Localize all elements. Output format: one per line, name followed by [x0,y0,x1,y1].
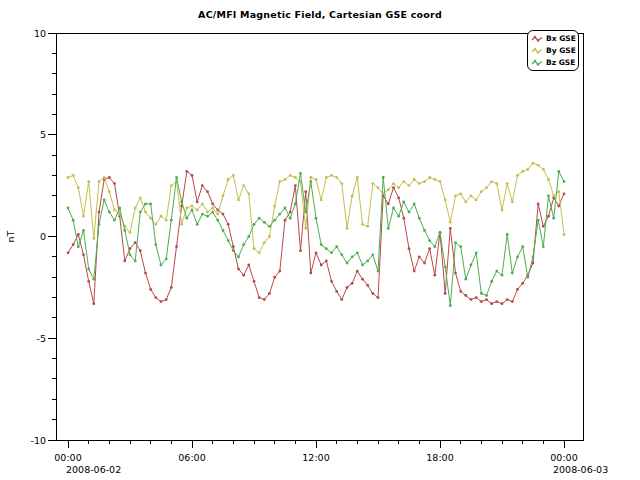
data-point-marker [480,292,483,295]
data-point-marker [227,239,230,242]
data-point-marker [346,227,349,230]
data-point-marker [542,245,545,248]
data-point-marker [485,298,488,301]
data-point-marker [506,298,509,301]
data-point-marker [475,296,478,299]
data-point-marker [98,211,101,214]
data-point-marker [392,207,395,210]
data-point-marker [563,192,566,195]
data-point-marker [330,174,333,177]
data-point-marker [289,217,292,220]
data-point-marker [392,186,395,189]
data-point-marker [356,270,359,273]
data-point-marker [408,184,411,187]
data-point-marker [216,219,219,222]
data-point-marker [397,196,400,199]
data-point-marker [444,199,447,202]
data-point-marker [299,172,302,175]
data-point-marker [459,245,462,248]
data-point-marker [377,296,380,299]
data-point-marker [366,284,369,287]
data-point-marker [206,215,209,218]
data-point-marker [216,213,219,216]
data-point-marker [532,256,535,259]
data-point-marker [397,215,400,218]
data-point-marker [201,203,204,206]
data-point-marker [366,225,369,228]
data-point-marker [87,280,90,283]
data-point-marker [511,300,514,303]
data-point-marker [72,219,75,222]
data-point-marker [196,201,199,204]
data-point-marker [454,194,457,197]
data-point-marker [185,170,188,173]
data-point-marker [278,270,281,273]
legend-label: Bz GSE [546,58,575,67]
data-point-marker [294,184,297,187]
data-point-marker [433,274,436,277]
data-point-marker [222,229,225,232]
data-point-marker [284,178,287,181]
data-point-marker [92,278,95,281]
data-point-marker [149,217,152,220]
data-point-marker [547,215,550,218]
data-point-marker [320,243,323,246]
data-point-marker [144,272,147,275]
data-point-marker [309,272,312,275]
data-point-marker [335,290,338,293]
data-point-marker [454,241,457,244]
data-point-marker [470,264,473,267]
data-point-marker [423,262,426,265]
data-point-marker [165,219,168,222]
data-point-marker [511,201,514,204]
data-point-marker [175,245,178,248]
data-point-marker [92,302,95,305]
data-point-marker [356,176,359,179]
data-point-marker [464,294,467,297]
data-point-marker [227,178,230,181]
data-point-marker [289,211,292,214]
plot-area: -10-50510nT00:0006:0012:0018:0000:002008… [0,0,640,480]
data-point-marker [191,209,194,212]
data-point-marker [470,298,473,301]
data-point-marker [170,219,173,222]
data-point-marker [268,225,271,228]
data-point-marker [397,186,400,189]
data-point-marker [160,215,163,218]
data-point-marker [521,245,524,248]
data-point-marker [67,176,70,179]
data-point-marker [242,243,245,246]
data-point-marker [299,249,302,252]
data-point-marker [490,302,493,305]
data-point-marker [371,292,374,295]
data-point-marker [470,194,473,197]
data-point-marker [201,213,204,216]
data-point-marker [537,164,540,167]
data-point-marker [247,264,250,267]
data-point-marker [77,233,80,236]
data-point-marker [485,294,488,297]
data-point-marker [237,268,240,271]
data-point-marker [377,270,380,273]
data-point-marker [361,223,364,226]
data-point-marker [123,229,126,232]
data-point-marker [346,262,349,265]
data-point-marker [304,227,307,230]
y-tick-label: -5 [37,333,46,344]
data-point-marker [439,180,442,183]
data-point-marker [413,203,416,206]
y-tick-label: 5 [40,129,46,140]
data-point-marker [139,196,142,199]
data-point-marker [557,170,560,173]
data-point-marker [289,174,292,177]
data-point-marker [82,253,85,256]
data-point-marker [72,174,75,177]
data-point-marker [232,249,235,252]
data-point-marker [72,243,75,246]
data-point-marker [67,207,70,210]
y-tick-label: 10 [34,28,46,39]
data-point-marker [418,256,421,259]
data-point-marker [526,168,529,171]
data-point-marker [557,205,560,208]
data-point-marker [191,205,194,208]
